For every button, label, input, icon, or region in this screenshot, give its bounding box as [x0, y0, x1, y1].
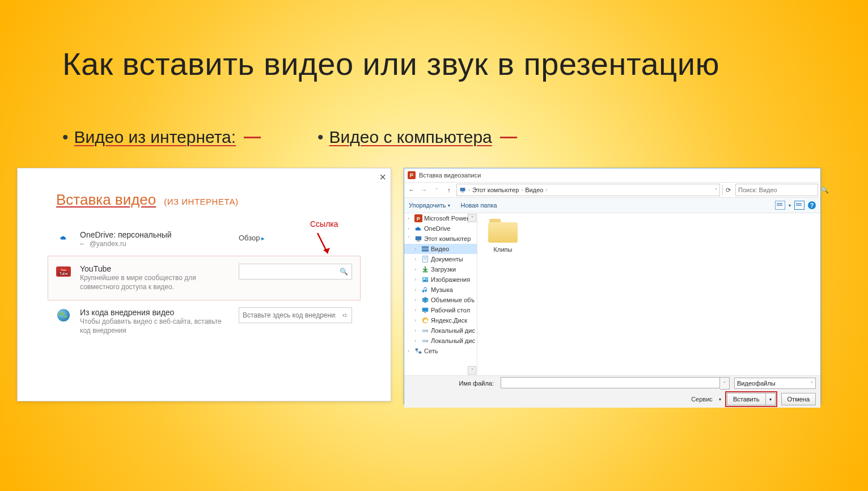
- tree-scroll-up[interactable]: ˄: [468, 214, 476, 222]
- tree-item-onedrive[interactable]: ›OneDrive: [404, 223, 477, 234]
- music-icon: [421, 286, 429, 294]
- tree-expand-icon[interactable]: ›: [414, 266, 420, 272]
- tree-expand-icon[interactable]: ›: [414, 318, 420, 323]
- tree-item-desk[interactable]: ›Рабочий стол: [404, 305, 477, 315]
- tree-expand-icon[interactable]: ›: [414, 246, 420, 252]
- tree-expand-icon[interactable]: ›: [408, 348, 413, 354]
- source-embed-row[interactable]: Из кода внедрения видео Чтобы добавить в…: [56, 300, 352, 343]
- tree-expand-icon[interactable]: ˅: [408, 236, 413, 242]
- view-options-drop[interactable]: ▾: [789, 203, 791, 208]
- pc-icon: [459, 187, 466, 193]
- close-icon[interactable]: ×: [379, 171, 386, 184]
- svg-rect-25: [419, 352, 421, 354]
- svg-rect-24: [416, 349, 418, 351]
- tree-item-label: Музыка: [431, 286, 453, 293]
- filename-field[interactable]: [501, 377, 720, 388]
- tree-item-music[interactable]: ›Музыка: [404, 285, 477, 295]
- explorer-search-input[interactable]: 🔍: [735, 184, 818, 196]
- tree-item-label: Microsoft PowerP: [424, 215, 473, 222]
- insert-online-video-dialog: × Вставка видео (ИЗ ИНТЕРНЕТА) Ссылка On…: [17, 168, 391, 401]
- net-icon: [414, 347, 422, 355]
- chevron-right-icon[interactable]: ›: [521, 187, 523, 193]
- onedrive-icon: [414, 225, 422, 232]
- svg-rect-6: [416, 236, 422, 240]
- nav-back-icon[interactable]: ←: [407, 185, 417, 195]
- preview-pane-icon[interactable]: [794, 201, 805, 210]
- source-onedrive-row[interactable]: OneDrive: персональный – @yandex.ru Обзо…: [56, 222, 352, 256]
- refresh-icon[interactable]: ⟳: [722, 185, 733, 195]
- tree-item-label: Локальный дис: [431, 327, 475, 334]
- svg-point-21: [427, 331, 427, 331]
- tree-item-cube[interactable]: ›Объемные объ: [404, 295, 477, 305]
- tree-item-docs[interactable]: ›Документы: [404, 254, 477, 264]
- onedrive-title: OneDrive: персональный: [80, 230, 230, 239]
- go-icon[interactable]: ➪: [339, 311, 352, 319]
- youtube-search-input[interactable]: 🔍: [239, 264, 352, 280]
- cancel-button[interactable]: Отмена: [781, 393, 816, 405]
- ydisk-icon: [421, 316, 429, 324]
- tree-expand-icon[interactable]: ›: [414, 328, 420, 333]
- tree-item-video[interactable]: ›Видео: [404, 244, 477, 254]
- tree-item-down[interactable]: ›Загрузки: [404, 264, 477, 274]
- embed-sub: Чтобы добавить видео с веб-сайта, вставь…: [80, 317, 230, 335]
- chevron-right-icon[interactable]: ›: [468, 187, 470, 193]
- tree-item-ppt[interactable]: ›PMicrosoft PowerP: [404, 213, 477, 223]
- svg-rect-18: [424, 312, 426, 313]
- tree-expand-icon[interactable]: ›: [414, 307, 420, 313]
- breadcrumb-folder[interactable]: Видео: [525, 187, 543, 193]
- filename-combobox[interactable]: ˅: [501, 377, 730, 390]
- globe-icon: [56, 308, 71, 323]
- tree-item-drive2[interactable]: ›Локальный дис: [404, 336, 477, 346]
- tree-expand-icon[interactable]: ›: [414, 256, 420, 262]
- tree-expand-icon[interactable]: ›: [414, 297, 420, 303]
- chevron-right-icon[interactable]: ›: [545, 187, 547, 193]
- tree-item-ydisk[interactable]: ›Яндекс.Диск: [404, 315, 477, 325]
- search-icon[interactable]: 🔍: [819, 187, 831, 194]
- scribble-accent: [244, 137, 261, 138]
- tree-expand-icon[interactable]: ›: [414, 338, 420, 344]
- dialog-title: Вставка видео: [56, 191, 156, 209]
- embed-code-input[interactable]: ➪: [239, 307, 352, 323]
- svg-rect-3: [461, 192, 464, 192]
- tree-expand-icon[interactable]: ›: [414, 277, 420, 282]
- file-open-dialog: P Вставка видеозаписи ← → ˅ ↑ › Этот ком…: [404, 168, 821, 404]
- toolbar-new-folder[interactable]: Новая папка: [460, 202, 497, 209]
- view-options-icon[interactable]: [775, 201, 785, 210]
- svg-rect-9: [422, 247, 429, 248]
- tree-scroll-down[interactable]: ˅: [468, 366, 476, 375]
- insert-button[interactable]: Вставить ▾: [727, 393, 776, 405]
- filename-history-drop[interactable]: ˅: [720, 377, 730, 390]
- insert-button-drop[interactable]: ▾: [765, 393, 775, 405]
- tree-expand-icon[interactable]: ›: [408, 215, 413, 221]
- onedrive-icon: [56, 230, 71, 245]
- embed-code-field[interactable]: [239, 311, 339, 319]
- explorer-search-field[interactable]: [736, 187, 819, 193]
- tree-item-label: OneDrive: [424, 225, 450, 232]
- tree-item-label: Сеть: [424, 348, 438, 354]
- search-icon[interactable]: 🔍: [336, 268, 352, 276]
- folder-item[interactable]: Клипы: [483, 219, 523, 253]
- breadcrumb-root[interactable]: Этот компьютер: [472, 187, 519, 193]
- path-history-drop[interactable]: ˅: [715, 188, 717, 193]
- nav-recent-icon[interactable]: ˅: [431, 185, 442, 195]
- filetype-filter[interactable]: Видеофайлы ˅: [734, 378, 816, 389]
- file-list[interactable]: Клипы: [477, 213, 820, 375]
- tree-item-pc[interactable]: ˅Этот компьютер: [404, 234, 477, 244]
- youtube-search-field[interactable]: [239, 268, 336, 276]
- tree-expand-icon[interactable]: ›: [408, 226, 413, 231]
- address-bar[interactable]: › Этот компьютер › Видео › ˅: [456, 184, 720, 196]
- tree-item-net[interactable]: ›Сеть: [404, 346, 477, 356]
- tree-item-drive[interactable]: ›Локальный дис: [404, 325, 477, 336]
- onedrive-browse-link[interactable]: Обзор▸: [239, 234, 265, 242]
- source-youtube-row[interactable]: YouTube YouTube Крупнейшее в мире сообще…: [48, 256, 360, 299]
- bullet-computer-video: Видео с компьютера: [317, 128, 517, 147]
- tree-item-pics[interactable]: ›Изображения: [404, 274, 477, 285]
- nav-up-icon[interactable]: ↑: [444, 185, 454, 195]
- insert-button-label: Вставить: [727, 393, 765, 405]
- tree-expand-icon[interactable]: ›: [414, 287, 420, 293]
- service-menu[interactable]: Сервис ▾: [691, 396, 721, 403]
- window-title: Вставка видеозаписи: [419, 172, 481, 179]
- folder-label: Клипы: [494, 246, 513, 253]
- help-icon[interactable]: ?: [808, 201, 816, 209]
- toolbar-organize[interactable]: Упорядочить▾: [409, 202, 450, 209]
